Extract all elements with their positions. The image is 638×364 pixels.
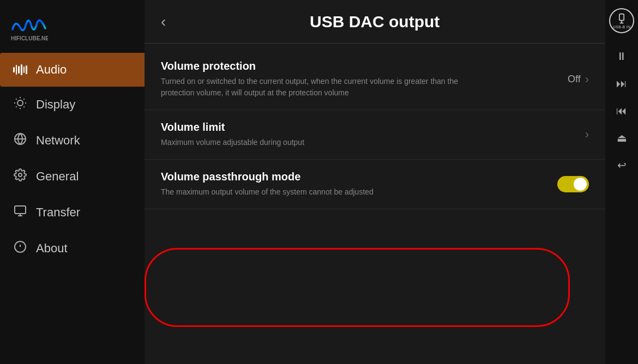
sidebar-item-audio[interactable]: Audio (0, 53, 145, 87)
sidebar-item-audio-label: Audio (36, 63, 67, 77)
volume-passthrough-desc: The maximum output volume of the system … (161, 186, 477, 198)
volume-protection-value: Off › (568, 72, 589, 87)
svg-rect-13 (15, 206, 26, 214)
settings-list: Volume protection Turned on or switched … (145, 44, 605, 364)
sidebar-item-general-label: General (36, 169, 79, 184)
svg-point-12 (19, 173, 22, 177)
usb-label: USB-B IN (613, 25, 631, 29)
display-icon (13, 96, 27, 113)
sidebar-item-about-label: About (36, 241, 68, 256)
volume-protection-text: Volume protection Turned on or switched … (161, 60, 568, 99)
general-icon (13, 168, 27, 185)
volume-passthrough-toggle-area[interactable] (557, 176, 589, 192)
volume-protection-desc: Turned on or switched to the current out… (161, 76, 477, 99)
volume-limit-item[interactable]: Volume limit Maximum volume adjustable d… (145, 110, 605, 160)
main-content: ‹ USB DAC output Volume protection Turne… (145, 0, 605, 364)
sidebar-item-about[interactable]: About (0, 230, 145, 266)
volume-protection-item[interactable]: Volume protection Turned on or switched … (145, 49, 605, 110)
network-icon (13, 132, 27, 149)
toggle-thumb (574, 178, 587, 191)
transfer-icon (13, 204, 27, 221)
volume-passthrough-text: Volume passthrough mode The maximum outp… (161, 171, 557, 198)
svg-rect-19 (619, 14, 624, 20)
svg-text:HIFICLUBE.NET: HIFICLUBE.NET (11, 35, 48, 41)
usb-badge: USB-B IN (609, 8, 634, 33)
volume-protection-status: Off (568, 74, 581, 85)
volume-protection-chevron: › (585, 72, 589, 87)
volume-limit-desc: Maximum volume adjustable during output (161, 137, 477, 148)
svg-point-1 (17, 100, 23, 106)
volume-passthrough-item[interactable]: Volume passthrough mode The maximum outp… (145, 160, 605, 209)
logo-icon: HIFICLUBE.NET (10, 13, 48, 43)
volume-limit-text: Volume limit Maximum volume adjustable d… (161, 121, 585, 148)
sidebar-item-transfer[interactable]: Transfer (0, 195, 145, 230)
sidebar-item-network[interactable]: Network (0, 123, 145, 159)
next-button[interactable]: ⏭ (612, 74, 631, 93)
prev-button[interactable]: ⏮ (612, 101, 631, 120)
volume-protection-title: Volume protection (161, 60, 568, 72)
sidebar-item-display-label: Display (36, 98, 75, 112)
svg-line-4 (16, 99, 16, 99)
logo-area: HIFICLUBE.NET (0, 5, 145, 53)
about-icon (13, 240, 27, 257)
pause-button[interactable]: ⏸ (612, 46, 631, 66)
volume-passthrough-toggle[interactable] (557, 176, 589, 192)
volume-limit-chevron: › (585, 128, 589, 142)
svg-line-5 (23, 106, 24, 107)
usb-icon (616, 13, 627, 24)
audio-icon (13, 64, 27, 75)
sidebar-item-general[interactable]: General (0, 159, 145, 195)
sidebar-item-display[interactable]: Display (0, 87, 145, 123)
volume-passthrough-title: Volume passthrough mode (161, 171, 557, 183)
volume-limit-value: › (585, 128, 589, 142)
svg-line-9 (23, 99, 24, 99)
back-nav-button[interactable]: ↩ (612, 155, 631, 175)
sidebar: HIFICLUBE.NET Audio (0, 0, 145, 364)
svg-line-8 (16, 106, 16, 107)
toggle-track (557, 176, 589, 192)
page-title: USB DAC output (177, 13, 589, 31)
back-button[interactable]: ‹ (161, 13, 166, 31)
eject-button[interactable]: ⏏ (612, 128, 631, 148)
right-panel: USB-B IN ⏸ ⏭ ⏮ ⏏ ↩ (605, 0, 638, 364)
page-header: ‹ USB DAC output (145, 0, 605, 44)
volume-limit-title: Volume limit (161, 121, 585, 134)
sidebar-item-network-label: Network (36, 134, 80, 148)
sidebar-item-transfer-label: Transfer (36, 205, 80, 220)
